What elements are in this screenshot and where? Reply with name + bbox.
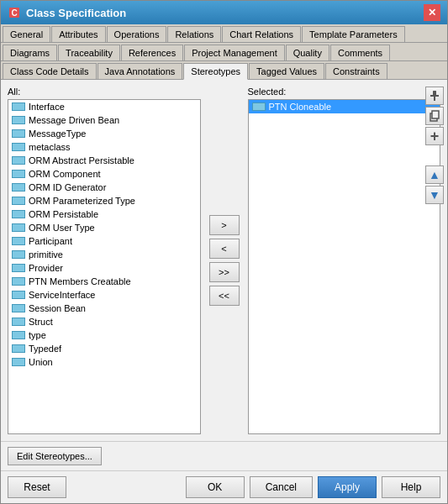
move-right-button[interactable]: > [209, 215, 240, 235]
list-item[interactable]: ServiceInterface [8, 288, 200, 302]
ok-button[interactable]: OK [186, 476, 245, 498]
stereotype-icon [12, 183, 25, 192]
list-item[interactable]: ORM Component [8, 167, 200, 181]
tab-general[interactable]: General [3, 26, 50, 42]
tab-stereotypes[interactable]: Stereotypes [183, 63, 248, 80]
add-button[interactable]: + [425, 127, 444, 145]
tab-comments[interactable]: Comments [330, 45, 390, 60]
tabs-row-3: Class Code Details Java Annotations Ster… [1, 61, 447, 80]
tab-relations[interactable]: Relations [167, 26, 221, 42]
stereotype-icon [12, 344, 25, 353]
content-area: All: Interface Message Driven Bean Messa… [1, 80, 447, 441]
cancel-button[interactable]: Cancel [250, 476, 313, 498]
copy-icon [429, 110, 440, 122]
close-button[interactable]: ✕ [424, 4, 440, 21]
tab-references[interactable]: References [121, 45, 183, 60]
stereotype-icon [12, 331, 25, 339]
tab-attributes[interactable]: Attributes [51, 26, 105, 42]
help-button[interactable]: Help [382, 476, 440, 498]
list-item[interactable]: type [8, 328, 200, 342]
move-all-left-button[interactable]: << [209, 286, 240, 306]
tab-project-management[interactable]: Project Management [184, 45, 285, 60]
selected-panel: Selected: PTN Cloneable [248, 87, 441, 434]
stereotype-icon [252, 102, 266, 111]
stereotype-icon [12, 291, 25, 299]
tab-diagrams[interactable]: Diagrams [3, 45, 57, 60]
tab-constraints[interactable]: Constraints [325, 63, 387, 79]
list-item[interactable]: ORM Parameterized Type [8, 194, 200, 207]
list-item[interactable]: ORM Abstract Persistable [8, 154, 200, 167]
list-item[interactable]: Union [8, 355, 200, 369]
tab-tagged-values[interactable]: Tagged Values [249, 63, 324, 79]
list-item[interactable]: Interface [8, 100, 200, 113]
list-item[interactable]: Session Bean [8, 302, 200, 315]
list-item[interactable]: PTN Members Creatable [8, 275, 200, 288]
nav-up-button[interactable]: ▲ [425, 165, 444, 184]
nav-down-button[interactable]: ▼ [425, 186, 444, 204]
selected-label: Selected: [248, 87, 441, 97]
svg-rect-3 [430, 95, 439, 97]
tabs-row-2: Diagrams Traceability References Project… [1, 43, 447, 61]
main-window: C Class Specification ✕ General Attribut… [0, 0, 448, 504]
list-item[interactable]: Message Driven Bean [8, 113, 200, 127]
stereotype-icon [12, 170, 25, 178]
all-panel: All: Interface Message Driven Bean Messa… [8, 87, 201, 434]
edit-stereotypes-button[interactable]: Edit Stereotypes... [8, 447, 102, 465]
title-bar-left: C Class Specification [8, 6, 126, 19]
stereotype-icon [12, 129, 25, 138]
list-item[interactable]: metaclass [8, 140, 200, 154]
svg-text:C: C [11, 8, 17, 18]
move-all-right-button[interactable]: >> [209, 262, 240, 282]
selected-list[interactable]: PTN Cloneable [248, 99, 441, 434]
tab-operations[interactable]: Operations [107, 26, 167, 42]
reset-button[interactable]: Reset [8, 476, 66, 498]
stereotype-icon [12, 223, 25, 232]
tab-template-parameters[interactable]: Template Parameters [302, 26, 405, 42]
stereotype-icon [12, 143, 25, 151]
list-item[interactable]: Typedef [8, 342, 200, 355]
window-icon: C [8, 6, 21, 19]
tabs-row-1: General Attributes Operations Relations … [1, 24, 447, 43]
stereotype-icon [12, 210, 25, 218]
pin-icon [429, 90, 440, 102]
list-item[interactable]: ORM User Type [8, 221, 200, 234]
tab-class-code-details[interactable]: Class Code Details [3, 63, 97, 79]
stereotype-icon [12, 318, 25, 326]
toolbar-icon-2[interactable] [425, 107, 444, 125]
all-list-wrapper: Interface Message Driven Bean MessageTyp… [8, 99, 201, 434]
apply-button[interactable]: Apply [318, 476, 377, 498]
selected-list-wrapper: PTN Cloneable [248, 99, 441, 434]
stereotype-icon [12, 102, 25, 111]
bottom-section: Edit Stereotypes... [1, 441, 447, 470]
svg-rect-6 [432, 111, 439, 118]
tab-traceability[interactable]: Traceability [58, 45, 120, 60]
stereotype-icon [12, 116, 25, 124]
move-left-button[interactable]: < [209, 239, 240, 259]
list-item[interactable]: Struct [8, 315, 200, 328]
all-list[interactable]: Interface Message Driven Bean MessageTyp… [8, 99, 201, 434]
stereotype-icon [12, 250, 25, 259]
tab-quality[interactable]: Quality [286, 45, 329, 60]
list-item[interactable]: Participant [8, 234, 200, 248]
list-item[interactable]: MessageType [8, 127, 200, 140]
stereotype-icon [12, 304, 25, 312]
stereotype-icon [12, 197, 25, 205]
transfer-buttons: > < >> << [204, 87, 245, 434]
footer: Reset OK Cancel Apply Help [1, 470, 447, 503]
side-toolbar: + ▲ ▼ [425, 87, 444, 204]
stereotype-icon [12, 277, 25, 286]
window-title: Class Specification [26, 7, 126, 19]
selected-list-item[interactable]: PTN Cloneable [249, 100, 440, 113]
tab-chart-relations[interactable]: Chart Relations [222, 26, 301, 42]
list-item[interactable]: Provider [8, 261, 200, 275]
all-label: All: [8, 87, 201, 97]
list-item[interactable]: ORM Persistable [8, 207, 200, 221]
stereotype-icon [12, 237, 25, 245]
tab-java-annotations[interactable]: Java Annotations [98, 63, 183, 79]
stereotype-icon [12, 156, 25, 165]
list-item[interactable]: primitive [8, 248, 200, 261]
list-item[interactable]: ORM ID Generator [8, 181, 200, 194]
svg-rect-4 [434, 97, 435, 101]
toolbar-icon-1[interactable] [425, 87, 444, 105]
title-bar: C Class Specification ✕ [1, 1, 447, 24]
